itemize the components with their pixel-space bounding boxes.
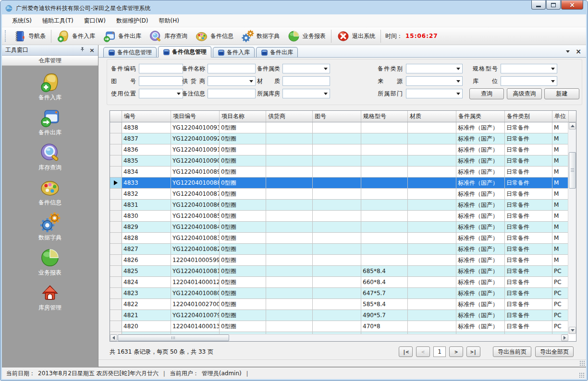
menu-item-2[interactable]: 窗口(W) [79, 14, 111, 27]
toolbar-report-button[interactable]: 业务报表 [283, 29, 330, 44]
parts-name-input[interactable] [208, 64, 256, 73]
horizontal-scroll-thumb[interactable] [118, 334, 229, 341]
minimize-button[interactable] [531, 0, 546, 10]
menu-item-0[interactable]: 系统(S) [7, 14, 37, 27]
department-select[interactable] [406, 89, 463, 98]
usage-position-select[interactable] [139, 89, 183, 98]
supplier-select[interactable] [208, 76, 256, 86]
column-header-5[interactable]: 图号 [313, 111, 361, 122]
menu-item-4[interactable]: 帮助(H) [154, 14, 184, 27]
source-select[interactable] [406, 76, 463, 86]
table-row-4824[interactable]: 482412204014000120型圈660*8.4标准件（国产）日常备件PC [110, 277, 568, 288]
table-row-4826[interactable]: 482612204010005990型圈标准件（国产）日常备件M [110, 255, 568, 266]
horizontal-scrollbar[interactable] [110, 334, 568, 341]
material-input[interactable] [282, 76, 330, 86]
location-select[interactable] [501, 76, 557, 86]
table-row-4830[interactable]: 4830YG122040100850型圈标准件（国产）日常备件M [110, 211, 568, 222]
table-row-4833[interactable]: 4833YG122040100880型圈标准件（国产）日常备件M [110, 178, 568, 189]
toolbar-parts-out-button[interactable]: 备件出库 [99, 29, 145, 44]
minimize-icon [536, 6, 541, 7]
close-button[interactable]: × [561, 0, 583, 10]
tab-1[interactable]: 备件信息管理 [158, 46, 211, 58]
toolbar-navigator-button[interactable]: 导航条 [9, 29, 49, 44]
table-row-4820[interactable]: 482012204014000130型圈470*8标准件（国产）日常备件PC [110, 321, 568, 332]
table-row-4827[interactable]: 4827YG122040100820型圈标准件（国产）日常备件M [110, 244, 568, 255]
table-row-4823[interactable]: 4823YG122040100800型圈647*5.7标准件（国产）日常备件PC [110, 288, 568, 299]
report-icon [39, 247, 61, 268]
next-page-button[interactable]: > [449, 346, 463, 357]
table-row-4835[interactable]: 4835YG122040100900型圈标准件（国产）日常备件M [110, 155, 568, 167]
parts-class-select[interactable] [282, 64, 330, 73]
sidebar-item-report[interactable]: 业务报表 [38, 247, 61, 277]
table-row-4837[interactable]: 4837YG122040100920型圈标准件（国产）日常备件M [110, 133, 568, 144]
column-header-1[interactable]: 编号 [122, 111, 171, 122]
column-header-7[interactable]: 材质 [408, 111, 456, 122]
scroll-up-button[interactable] [569, 122, 576, 130]
column-header-9[interactable]: 备件类别 [505, 111, 552, 122]
toolbar: 导航条备件入库备件出库库存查询备件信息数据字典业务报表退出系统 时间： 15:0… [2, 27, 586, 45]
tab-0[interactable]: 备件信息管理 [103, 47, 157, 57]
parts-category-select[interactable] [406, 64, 463, 73]
resize-grip-icon[interactable] [579, 360, 585, 366]
scroll-down-button[interactable] [569, 327, 576, 334]
parts-code-input[interactable] [139, 64, 183, 73]
toolbar-parts-info-button[interactable]: 备件信息 [191, 29, 237, 44]
toolbar-data-dict-button[interactable]: 数据字典 [237, 29, 283, 44]
tab-close-icon[interactable]: × [576, 48, 581, 54]
table-row-4834[interactable]: 4834YG122040100890型圈标准件（国产）日常备件M [110, 167, 568, 178]
sidebar-item-warehouse[interactable]: 库房管理 [38, 282, 61, 312]
warehouse-select[interactable] [282, 89, 330, 98]
column-header-10[interactable]: 单位 [552, 111, 569, 122]
toolbar-stock-query-button[interactable]: 库存查询 [145, 29, 191, 44]
maximize-button[interactable] [546, 0, 561, 10]
last-page-button[interactable]: >| [466, 346, 480, 357]
menu-item-3[interactable]: 数据维护(D) [111, 14, 154, 27]
toolbar-parts-in-button[interactable]: 备件入库 [53, 29, 99, 44]
remark-input[interactable] [208, 89, 256, 98]
vertical-scroll-thumb[interactable] [569, 152, 576, 189]
column-header-3[interactable]: 项目名称 [220, 111, 266, 122]
menu-item-1[interactable]: 辅助工具(T) [37, 14, 79, 27]
new-button[interactable]: 新建 [544, 88, 579, 99]
scroll-left-button[interactable] [110, 334, 117, 341]
table-row-4831[interactable]: 4831YG122040100860型圈标准件（国产）日常备件M [110, 200, 568, 211]
window-resize-grip-icon[interactable] [579, 372, 584, 378]
table-row-4828[interactable]: 4828YG122040100830型圈标准件（国产）日常备件M [110, 233, 568, 244]
tab-2[interactable]: 备件入库 [213, 47, 255, 57]
column-header-8[interactable]: 备件属类 [456, 111, 505, 122]
table-row-4836[interactable]: 4836YG122040100910型圈标准件（国产）日常备件M [110, 144, 568, 155]
query-button[interactable]: 查询 [469, 88, 504, 99]
scroll-right-button[interactable] [561, 334, 568, 341]
toolbar-grip[interactable] [5, 30, 7, 42]
tab-3[interactable]: 备件出库 [256, 47, 298, 57]
column-header-2[interactable]: 项目编号 [171, 111, 220, 122]
column-header-6[interactable]: 规格型号 [361, 111, 408, 122]
sidebar-item-parts-info[interactable]: 备件信息 [38, 177, 61, 207]
table-row-4821[interactable]: 4821YG122040100790型圈490*5.7标准件（国产）日常备件PC [110, 310, 568, 321]
table-row-4829[interactable]: 4829YG122040100840型圈标准件（国产）日常备件M [110, 222, 568, 233]
table-row-4832[interactable]: 4832YG122040100870型圈标准件（国产）日常备件M [110, 189, 568, 200]
sidebar-item-data-dict[interactable]: 数据字典 [38, 212, 61, 242]
tab-list-dropdown-icon[interactable] [566, 50, 570, 53]
vertical-scrollbar[interactable] [568, 122, 576, 334]
spec-model-select[interactable] [501, 64, 557, 73]
sidebar-close-icon[interactable]: × [89, 48, 95, 53]
pin-icon[interactable] [79, 47, 85, 54]
sidebar-item-parts-out[interactable]: 备件出库 [38, 107, 61, 137]
export-current-page-button[interactable]: 导出当前页 [493, 346, 531, 357]
page-number-input[interactable]: 1 [433, 346, 446, 357]
spec-model-label: 规格型号 [473, 64, 498, 73]
toolbar-separator [51, 30, 51, 43]
export-all-pages-button[interactable]: 导出全部页 [535, 346, 574, 357]
drawing-no-input[interactable] [139, 76, 183, 86]
toolbar-exit-button[interactable]: 退出系统 [333, 29, 379, 44]
table-row-4838[interactable]: 4838YG122040100930型圈标准件（国产）日常备件M [110, 122, 568, 133]
advanced-query-button[interactable]: 高级查询 [507, 88, 542, 99]
prev-page-button[interactable]: < [416, 346, 430, 357]
table-row-4822[interactable]: 482212204010027000型圈585*8.4标准件（国产）日常备件PC [110, 299, 568, 310]
table-row-4825[interactable]: 4825YG122040100810型圈685*8.4标准件（国产）日常备件PC [110, 266, 568, 277]
sidebar-item-parts-in[interactable]: 备件入库 [38, 71, 61, 102]
first-page-button[interactable]: |< [399, 346, 413, 357]
column-header-4[interactable]: 供货商 [266, 111, 313, 122]
sidebar-item-stock-query[interactable]: 库存查询 [38, 142, 61, 172]
